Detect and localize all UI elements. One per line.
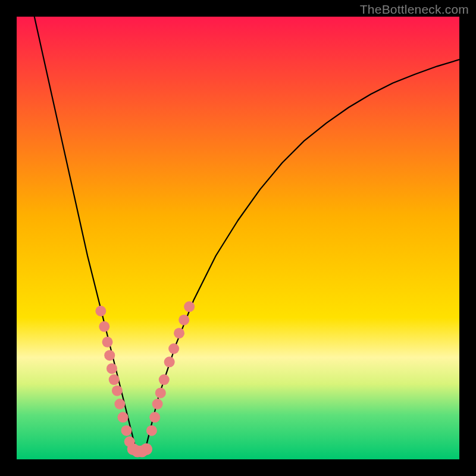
marker-dots-bottom <box>140 443 152 455</box>
marker-dots-left <box>109 374 120 385</box>
bottleneck-chart <box>17 17 459 459</box>
marker-dots-right <box>178 315 189 325</box>
marker-dots-left <box>114 399 125 409</box>
marker-dots-left <box>95 306 106 317</box>
marker-dots-left <box>112 386 123 396</box>
marker-dots-left <box>102 337 113 347</box>
marker-dots-right <box>164 356 175 367</box>
marker-dots-left <box>121 425 132 436</box>
marker-dots-left <box>107 363 117 374</box>
marker-dots-right <box>146 425 157 436</box>
marker-dots-right <box>168 343 179 354</box>
marker-dots-left <box>118 412 129 422</box>
watermark-text: TheBottleneck.com <box>360 2 469 17</box>
marker-dots-left <box>99 321 109 332</box>
marker-dots-right <box>149 412 160 422</box>
marker-dots-right <box>152 399 163 409</box>
marker-dots-right <box>184 301 195 312</box>
chart-frame: TheBottleneck.com <box>0 0 476 476</box>
marker-dots-left <box>104 350 115 361</box>
marker-dots-right <box>155 387 166 398</box>
marker-dots-right <box>174 328 184 339</box>
marker-dots-right <box>159 374 170 385</box>
